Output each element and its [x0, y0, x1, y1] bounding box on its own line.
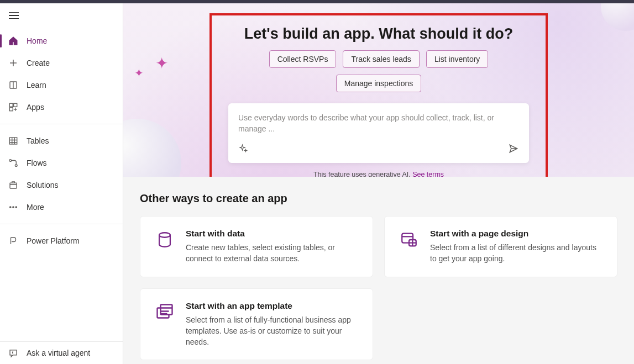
- copilot-prompt-box[interactable]: Use everyday words to describe what your…: [228, 103, 529, 163]
- book-icon: [8, 80, 19, 91]
- decorative-blob: [601, 3, 634, 31]
- card-start-with-template[interactable]: Start with an app template Select from a…: [140, 288, 373, 361]
- suggestion-chip-collect-rsvps[interactable]: Collect RSVPs: [269, 50, 337, 68]
- svg-rect-1: [9, 103, 13, 107]
- sparkle-icon: ✦: [134, 66, 144, 80]
- copilot-highlight-box: Let's build an app. What should it do? C…: [209, 13, 548, 177]
- sidebar: Home Create Learn Apps: [0, 3, 123, 364]
- sidebar-item-flows[interactable]: Flows: [0, 152, 123, 174]
- card-start-with-page-design[interactable]: Start with a page design Select from a l…: [384, 216, 617, 277]
- sparkle-ai-icon[interactable]: [238, 144, 248, 156]
- layout-icon: [398, 229, 420, 251]
- card-desc: Create new tables, select existing table…: [186, 242, 359, 265]
- table-icon: [8, 135, 19, 146]
- sidebar-item-label: Power Platform: [27, 236, 80, 245]
- suggestion-chip-list-inventory[interactable]: List inventory: [426, 50, 488, 68]
- hero-section: ✦ ✦ Let's build an app. What should it d…: [123, 3, 634, 177]
- plus-icon: [8, 57, 19, 68]
- other-ways-section: Other ways to create an app Start with d…: [123, 177, 634, 364]
- svg-rect-15: [161, 304, 172, 314]
- send-button[interactable]: [508, 143, 519, 156]
- svg-rect-7: [10, 183, 17, 188]
- ai-disclaimer: This feature uses generative AI. See ter…: [228, 171, 529, 177]
- sidebar-item-apps[interactable]: Apps: [0, 96, 123, 118]
- card-desc: Select from a list of different designs …: [430, 242, 604, 265]
- sidebar-item-label: Learn: [27, 81, 46, 89]
- power-platform-icon: [8, 235, 19, 246]
- more-icon: [8, 202, 19, 213]
- main-area: ✦ ✦ Let's build an app. What should it d…: [123, 3, 634, 364]
- svg-rect-4: [9, 138, 17, 144]
- svg-point-9: [13, 207, 14, 208]
- svg-point-8: [10, 207, 11, 208]
- svg-point-6: [15, 165, 17, 167]
- suggestion-chip-manage-inspections[interactable]: Manage inspections: [336, 75, 422, 92]
- svg-rect-3: [9, 108, 13, 111]
- ask-virtual-agent-button[interactable]: Ask a virtual agent: [0, 342, 123, 364]
- card-start-with-data[interactable]: Start with data Create new tables, selec…: [140, 216, 373, 277]
- sidebar-item-solutions[interactable]: Solutions: [0, 174, 123, 196]
- chat-icon: [8, 347, 19, 358]
- sidebar-item-label: Flows: [27, 159, 47, 167]
- sidebar-item-tables[interactable]: Tables: [0, 130, 123, 152]
- suggestion-chip-track-sales-leads[interactable]: Track sales leads: [343, 50, 419, 68]
- sparkle-icon: ✦: [155, 54, 168, 72]
- sidebar-item-home[interactable]: Home: [0, 30, 123, 52]
- svg-point-10: [15, 207, 17, 208]
- sidebar-item-create[interactable]: Create: [0, 52, 123, 74]
- sidebar-item-power-platform[interactable]: Power Platform: [0, 230, 123, 252]
- card-title: Start with an app template: [186, 301, 359, 311]
- home-icon: [8, 35, 19, 46]
- card-desc: Select from a list of fully-functional b…: [186, 314, 359, 348]
- sidebar-item-label: Tables: [27, 136, 49, 145]
- apps-icon: [8, 102, 19, 113]
- sidebar-item-label: Home: [27, 36, 47, 45]
- svg-rect-2: [14, 103, 17, 107]
- card-title: Start with a page design: [430, 229, 604, 239]
- prompt-input[interactable]: Use everyday words to describe what your…: [238, 112, 519, 135]
- sidebar-item-more[interactable]: More: [0, 196, 123, 218]
- flow-icon: [8, 157, 19, 168]
- svg-point-5: [9, 160, 12, 162]
- ai-disclaimer-text: This feature uses generative AI.: [313, 171, 412, 177]
- sidebar-item-label: Apps: [27, 103, 44, 112]
- sidebar-item-learn[interactable]: Learn: [0, 74, 123, 96]
- database-icon: [154, 229, 176, 251]
- sidebar-item-label: Ask a virtual agent: [27, 349, 90, 357]
- divider: [0, 124, 123, 124]
- section-title: Other ways to create an app: [140, 192, 617, 205]
- svg-point-11: [159, 233, 170, 238]
- hamburger-menu-button[interactable]: [9, 12, 19, 19]
- solutions-icon: [8, 180, 19, 191]
- sidebar-item-label: Solutions: [27, 181, 59, 189]
- template-icon: [154, 301, 176, 323]
- card-title: Start with data: [186, 229, 359, 239]
- divider: [0, 224, 123, 224]
- sidebar-item-label: More: [27, 203, 44, 212]
- hero-title: Let's build an app. What should it do?: [228, 25, 529, 43]
- sidebar-item-label: Create: [27, 59, 50, 67]
- decorative-blob: [123, 119, 181, 177]
- see-terms-link[interactable]: See terms: [412, 171, 444, 177]
